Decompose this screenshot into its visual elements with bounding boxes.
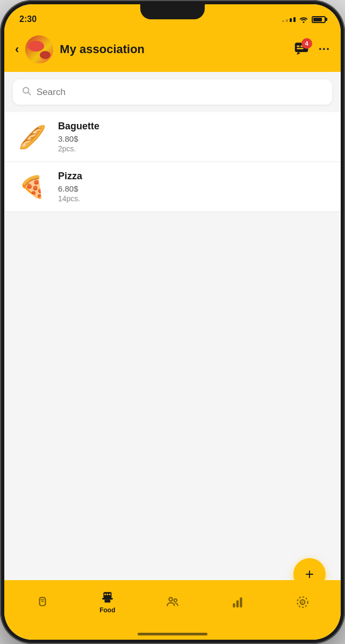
drinks-icon bbox=[35, 595, 49, 609]
header-actions: 4 ··· bbox=[294, 41, 330, 57]
svg-rect-2 bbox=[297, 46, 299, 47]
list-item[interactable]: 🍕 Pizza 6.80$ 14pcs. bbox=[4, 162, 341, 212]
notch bbox=[140, 4, 205, 19]
wifi-icon bbox=[299, 16, 308, 23]
svg-rect-11 bbox=[102, 598, 113, 599]
members-icon bbox=[166, 595, 179, 609]
svg-line-6 bbox=[28, 92, 30, 94]
screen: 2:30 ‹ My association bbox=[4, 4, 341, 640]
item-image-baguette: 🥖 bbox=[15, 124, 49, 150]
item-info-pizza: Pizza 6.80$ 14pcs. bbox=[58, 171, 330, 203]
phone-frame: 2:30 ‹ My association bbox=[0, 0, 345, 644]
svg-point-14 bbox=[106, 594, 108, 595]
home-bar bbox=[138, 633, 207, 635]
search-input[interactable] bbox=[37, 87, 324, 98]
back-button[interactable]: ‹ bbox=[15, 42, 19, 56]
signal-icon bbox=[282, 17, 296, 22]
search-bar bbox=[13, 79, 332, 105]
header: ‹ My association 4 ··· bbox=[4, 30, 341, 72]
item-name: Baguette bbox=[58, 121, 330, 132]
item-image-pizza: 🍕 bbox=[15, 174, 49, 200]
notification-badge: 4 bbox=[301, 38, 312, 49]
svg-point-17 bbox=[174, 599, 177, 602]
svg-rect-19 bbox=[236, 601, 239, 608]
nav-item-food[interactable]: Food bbox=[75, 590, 140, 614]
nav-item-settings[interactable]: € bbox=[270, 595, 335, 609]
more-button[interactable]: ··· bbox=[319, 42, 330, 56]
notification-button[interactable]: 4 bbox=[294, 41, 309, 57]
stats-icon bbox=[231, 595, 245, 609]
svg-point-16 bbox=[169, 597, 173, 601]
search-container bbox=[4, 72, 341, 112]
search-icon bbox=[21, 86, 31, 98]
svg-rect-12 bbox=[104, 599, 110, 602]
items-list: 🥖 Baguette 3.80$ 2pcs. 🍕 Pizza 6.80$ 14p… bbox=[4, 112, 341, 212]
settings-icon: € bbox=[296, 595, 310, 609]
svg-rect-20 bbox=[240, 597, 242, 607]
svg-text:€: € bbox=[301, 600, 304, 605]
svg-point-15 bbox=[109, 594, 111, 595]
nav-item-members[interactable] bbox=[140, 595, 205, 609]
bottom-nav: Food bbox=[4, 580, 341, 628]
item-qty: 2pcs. bbox=[58, 144, 330, 153]
list-item[interactable]: 🥖 Baguette 3.80$ 2pcs. bbox=[4, 112, 341, 162]
item-name: Pizza bbox=[58, 171, 330, 182]
svg-rect-18 bbox=[233, 603, 235, 608]
nav-item-stats[interactable] bbox=[205, 595, 270, 609]
svg-point-0 bbox=[303, 21, 305, 23]
add-button[interactable]: + bbox=[293, 558, 326, 590]
home-indicator bbox=[4, 628, 341, 640]
nav-label-food: Food bbox=[99, 606, 115, 614]
item-price: 3.80$ bbox=[58, 134, 330, 143]
food-icon bbox=[100, 590, 114, 604]
battery-icon bbox=[312, 16, 326, 23]
item-info-baguette: Baguette 3.80$ 2pcs. bbox=[58, 121, 330, 153]
svg-rect-4 bbox=[297, 48, 303, 49]
page-title: My association bbox=[60, 42, 287, 56]
svg-point-13 bbox=[104, 594, 106, 595]
status-icons bbox=[282, 16, 326, 23]
content: 🥖 Baguette 3.80$ 2pcs. 🍕 Pizza 6.80$ 14p… bbox=[4, 72, 341, 580]
status-time: 2:30 bbox=[19, 14, 37, 24]
item-qty: 14pcs. bbox=[58, 194, 330, 203]
item-price: 6.80$ bbox=[58, 184, 330, 193]
nav-item-drinks[interactable] bbox=[10, 595, 75, 609]
avatar bbox=[25, 35, 53, 63]
